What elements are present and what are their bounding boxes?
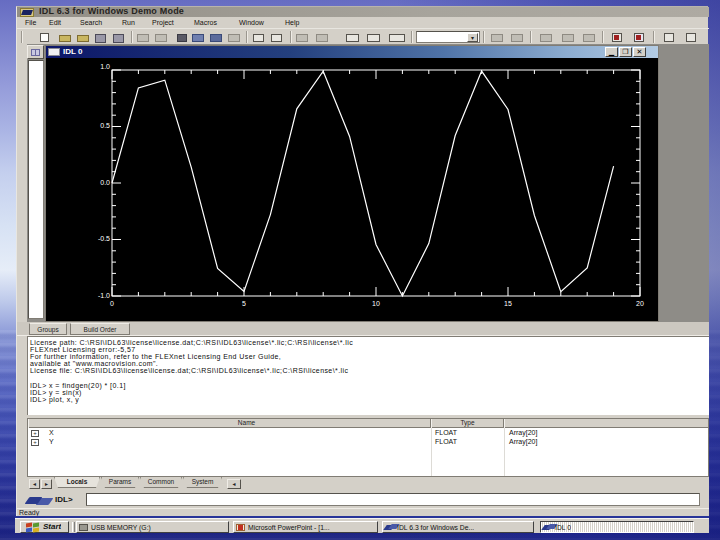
svg-text:0.5: 0.5	[100, 122, 110, 129]
svg-text:0.0: 0.0	[100, 179, 110, 186]
svg-text:-1.0: -1.0	[98, 292, 110, 299]
svg-text:5: 5	[242, 300, 246, 307]
svg-text:-0.5: -0.5	[98, 235, 110, 242]
svg-text:20: 20	[636, 300, 644, 307]
svg-text:0: 0	[110, 300, 114, 307]
svg-text:1.0: 1.0	[100, 63, 110, 70]
svg-text:10: 10	[372, 300, 380, 307]
svg-text:15: 15	[504, 300, 512, 307]
